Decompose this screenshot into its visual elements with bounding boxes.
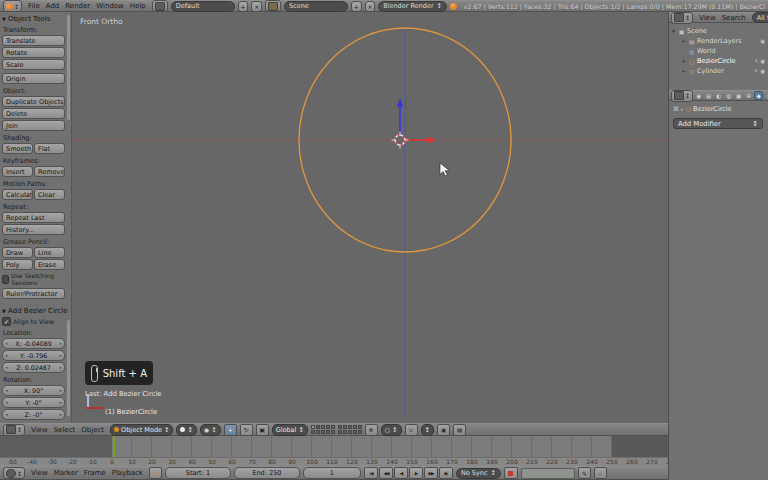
layer-toggle[interactable] bbox=[311, 430, 315, 434]
layer-toggle[interactable] bbox=[358, 430, 362, 434]
rotate-button[interactable]: Rotate bbox=[2, 47, 65, 58]
delete-button[interactable]: Delete bbox=[2, 108, 65, 119]
timeline-menu-item[interactable]: Marker bbox=[51, 469, 81, 477]
sync-mode-select[interactable]: No Sync↕ bbox=[456, 468, 501, 479]
view-header-menu-item[interactable]: Select bbox=[51, 426, 79, 434]
auto-keyframe-toggle[interactable] bbox=[504, 467, 518, 479]
playback-button[interactable]: ▶ bbox=[409, 467, 423, 479]
layer-toggle[interactable] bbox=[321, 425, 325, 429]
clear-button[interactable]: Clear bbox=[34, 189, 65, 200]
poly-button[interactable]: Poly bbox=[2, 259, 33, 270]
smooth-button[interactable]: Smooth bbox=[2, 143, 33, 154]
transform-orientation-select[interactable]: Global↕ bbox=[272, 424, 308, 436]
outliner-filter-select[interactable]: All Scenes bbox=[752, 12, 768, 23]
origin-button[interactable]: Origin bbox=[2, 73, 65, 84]
scene-browse-button[interactable] bbox=[265, 0, 281, 12]
layer-toggle[interactable] bbox=[316, 425, 320, 429]
playback-button[interactable]: ▶| bbox=[439, 467, 453, 479]
frame-start-field[interactable]: Start: 1 bbox=[165, 467, 231, 479]
layer-toggle[interactable] bbox=[353, 425, 357, 429]
duplicate-objects-button[interactable]: Duplicate Objects bbox=[2, 96, 65, 107]
manipulator-x-arrow-icon[interactable] bbox=[428, 137, 436, 143]
editor-type-button[interactable]: ↕ bbox=[671, 12, 693, 24]
editor-type-button[interactable]: ↕ bbox=[671, 90, 693, 102]
calculate-button[interactable]: Calculate bbox=[2, 189, 33, 200]
render-visibility-icon[interactable]: ◉ bbox=[760, 58, 765, 64]
remove-keyframe-button[interactable]: Remove bbox=[34, 166, 65, 177]
operator-panel-header[interactable]: ▼ Add Bezier Circle bbox=[2, 307, 65, 315]
translate-button[interactable]: Translate bbox=[2, 35, 65, 46]
tool-shelf-scrollbar[interactable] bbox=[67, 15, 70, 120]
location-x-field[interactable]: ◂X: -0.04089▸ bbox=[2, 338, 65, 349]
view-header-menu-item[interactable]: View bbox=[28, 426, 51, 434]
expand-icon[interactable]: + bbox=[681, 68, 686, 74]
outliner-menu-item[interactable]: View bbox=[696, 14, 719, 22]
render-visibility-icon[interactable]: ◉ bbox=[760, 68, 765, 74]
snap-element-select[interactable]: ↕ bbox=[421, 424, 434, 436]
outliner-menu-item[interactable]: Search bbox=[719, 14, 749, 22]
editor-type-button[interactable]: ↕ bbox=[3, 424, 25, 436]
rotation-z-field[interactable]: ◂Z: -0°▸ bbox=[2, 409, 65, 420]
flat-button[interactable]: Flat bbox=[34, 143, 65, 154]
draw-button[interactable]: Draw bbox=[2, 247, 33, 258]
insert-keyframe-button[interactable]: ✎ bbox=[578, 467, 591, 479]
expand-icon[interactable]: ▾ bbox=[671, 28, 676, 34]
frame-end-field[interactable]: End: 250 bbox=[234, 467, 300, 479]
manipulator-translate-toggle[interactable]: + bbox=[224, 424, 237, 436]
info-menu-item[interactable]: File bbox=[25, 2, 43, 10]
playback-button[interactable]: ◀ bbox=[394, 467, 408, 479]
scale-button[interactable]: Scale bbox=[2, 59, 65, 70]
expand-icon[interactable]: + bbox=[681, 38, 686, 44]
playback-button[interactable]: |◀ bbox=[364, 467, 378, 479]
layer-toggle[interactable] bbox=[316, 430, 320, 434]
tab-constraints-icon[interactable]: ⊞ bbox=[744, 91, 753, 100]
lock-to-scene-toggle[interactable] bbox=[365, 424, 378, 436]
layer-toggle[interactable] bbox=[343, 425, 347, 429]
manipulator-scale-toggle[interactable]: ▣ bbox=[256, 424, 269, 436]
manipulator-rotate-toggle[interactable]: ↻ bbox=[240, 424, 253, 436]
timeline-track[interactable] bbox=[0, 436, 668, 457]
view-header-menu-item[interactable]: Object bbox=[78, 426, 107, 434]
sketching-sessions-checkbox[interactable] bbox=[2, 275, 9, 284]
operator-panel-scrollbar[interactable] bbox=[67, 320, 70, 416]
render-visibility-icon[interactable]: ◉ bbox=[760, 38, 765, 44]
mode-select[interactable]: Object Mode↕ bbox=[110, 424, 173, 436]
erase-button[interactable]: Erase bbox=[34, 259, 65, 270]
layer-toggle[interactable] bbox=[326, 430, 330, 434]
layer-toggle[interactable] bbox=[338, 425, 342, 429]
current-frame-field[interactable]: 1 bbox=[303, 467, 361, 479]
tab-render-icon[interactable]: ◉ bbox=[694, 91, 703, 100]
insert-keyframe-button[interactable]: Insert bbox=[2, 166, 33, 177]
layout-browse-button[interactable] bbox=[152, 0, 168, 12]
info-menu-item[interactable]: Render bbox=[62, 2, 93, 10]
location-z-field[interactable]: ◂Z: 0.02487▸ bbox=[2, 362, 65, 373]
tab-object-data-icon[interactable]: ○ bbox=[764, 91, 768, 100]
timeline-playhead[interactable] bbox=[113, 436, 115, 457]
selectability-icon[interactable]: ↖ bbox=[755, 58, 760, 64]
info-menu-item[interactable]: Window bbox=[93, 2, 127, 10]
layer-toggle[interactable] bbox=[348, 425, 352, 429]
tab-world-icon[interactable]: ◍ bbox=[724, 91, 733, 100]
expand-icon[interactable]: + bbox=[681, 58, 686, 64]
location-y-field[interactable]: ◂Y: -0.796▸ bbox=[2, 350, 65, 361]
history-button[interactable]: History... bbox=[2, 224, 65, 235]
timeline-menu-item[interactable]: Frame bbox=[81, 469, 109, 477]
delete-layout-button[interactable]: × bbox=[251, 1, 262, 12]
layer-toggle[interactable] bbox=[343, 430, 347, 434]
render-opengl-anim-button[interactable]: ▤ bbox=[453, 424, 466, 436]
info-menu-item[interactable]: Add bbox=[43, 2, 63, 10]
add-scene-button[interactable]: + bbox=[351, 1, 362, 12]
layout-name-field[interactable]: Default bbox=[171, 1, 235, 12]
layer-toggle[interactable] bbox=[331, 430, 335, 434]
proportional-edit-select[interactable]: ○↕ bbox=[381, 424, 402, 436]
tab-object-icon[interactable]: ▣ bbox=[734, 91, 743, 100]
editor-type-button[interactable]: ↕ bbox=[3, 0, 22, 12]
playback-button[interactable]: ▶▶ bbox=[424, 467, 438, 479]
layer-toggle[interactable] bbox=[338, 430, 342, 434]
layer-toggle[interactable] bbox=[353, 430, 357, 434]
editor-type-button[interactable]: ↕ bbox=[3, 467, 25, 479]
layer-toggle[interactable] bbox=[348, 430, 352, 434]
align-to-view-checkbox[interactable]: ✓ bbox=[2, 317, 11, 326]
outliner-row-renderlayers[interactable]: + ▤ RenderLayers ◉ bbox=[671, 36, 767, 46]
add-layout-button[interactable]: + bbox=[238, 1, 249, 12]
